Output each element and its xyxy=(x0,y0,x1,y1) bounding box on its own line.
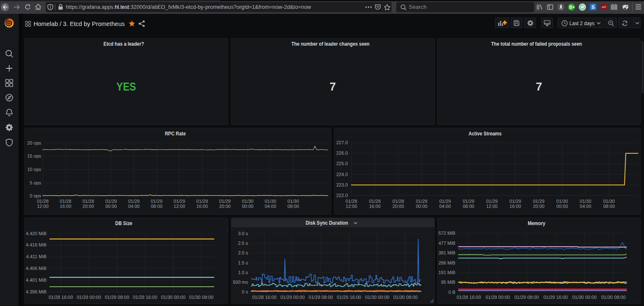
svg-text:12:00: 12:00 xyxy=(345,204,357,209)
svg-text:20:00: 20:00 xyxy=(533,204,545,209)
svg-text:4.406 MiB: 4.406 MiB xyxy=(26,266,47,271)
svg-text:20:00: 20:00 xyxy=(392,204,404,209)
svg-text:01/28 16:00: 01/28 16:00 xyxy=(49,294,73,299)
svg-text:01/28: 01/28 xyxy=(37,199,49,204)
svg-text:20 ops: 20 ops xyxy=(27,140,42,145)
svg-text:01/29: 01/29 xyxy=(105,199,117,204)
svg-text:08:00: 08:00 xyxy=(462,204,474,209)
svg-text:01/29 00:00: 01/29 00:00 xyxy=(77,294,101,299)
svg-text:191 MiB: 191 MiB xyxy=(439,270,455,275)
svg-text:01/29: 01/29 xyxy=(128,199,140,204)
svg-text:01/30 00:00: 01/30 00:00 xyxy=(365,294,389,299)
svg-text:1.0 s: 1.0 s xyxy=(238,270,248,275)
svg-text:16:00: 16:00 xyxy=(60,204,72,209)
svg-text:572 MiB: 572 MiB xyxy=(439,231,455,236)
svg-text:01/30: 01/30 xyxy=(603,199,615,204)
svg-text:01/28 16:00: 01/28 16:00 xyxy=(457,294,481,299)
svg-text:01/29: 01/29 xyxy=(509,199,521,204)
svg-text:20:00: 20:00 xyxy=(83,204,94,209)
svg-text:4.420 MiB: 4.420 MiB xyxy=(26,231,47,236)
svg-text:01/30: 01/30 xyxy=(579,199,591,204)
svg-text:00:00: 00:00 xyxy=(105,204,117,209)
svg-text:00:00: 00:00 xyxy=(415,204,427,209)
svg-text:4.416 MiB: 4.416 MiB xyxy=(26,242,47,247)
svg-text:01/29: 01/29 xyxy=(486,199,498,204)
svg-text:12:00: 12:00 xyxy=(37,204,49,209)
svg-text:04:00: 04:00 xyxy=(128,204,140,209)
svg-text:01/30: 01/30 xyxy=(556,199,568,204)
svg-text:16:00: 16:00 xyxy=(509,204,521,209)
svg-text:01/30: 01/30 xyxy=(265,199,276,204)
svg-text:01/30 08:00: 01/30 08:00 xyxy=(189,294,213,299)
svg-text:01/29: 01/29 xyxy=(219,199,231,204)
svg-text:08:00: 08:00 xyxy=(151,204,163,209)
svg-text:1.5 s: 1.5 s xyxy=(238,260,248,265)
svg-text:16:00: 16:00 xyxy=(196,204,208,209)
svg-text:01/29: 01/29 xyxy=(151,199,163,204)
svg-text:2.5 s: 2.5 s xyxy=(238,241,248,246)
svg-text:4.411 MiB: 4.411 MiB xyxy=(26,254,47,259)
svg-text:01/30 08:00: 01/30 08:00 xyxy=(393,294,417,299)
svg-text:01/30 08:00: 01/30 08:00 xyxy=(601,294,626,299)
svg-text:08:00: 08:00 xyxy=(603,204,615,209)
svg-text:01/29: 01/29 xyxy=(174,199,185,204)
svg-text:01/29 16:00: 01/29 16:00 xyxy=(133,294,157,299)
svg-text:01/29: 01/29 xyxy=(415,199,427,204)
svg-text:01/29: 01/29 xyxy=(533,199,545,204)
svg-text:04:00: 04:00 xyxy=(439,204,451,209)
svg-text:0 ops: 0 ops xyxy=(30,193,41,198)
svg-text:225.0: 225.0 xyxy=(336,161,348,166)
svg-text:20:00: 20:00 xyxy=(219,204,231,209)
svg-text:286 MiB: 286 MiB xyxy=(439,260,455,265)
svg-text:B: B xyxy=(569,5,573,10)
svg-text:00:00: 00:00 xyxy=(556,204,568,209)
svg-text:01/28: 01/28 xyxy=(345,199,357,204)
svg-text:01/30 00:00: 01/30 00:00 xyxy=(161,294,185,299)
svg-text:01/29: 01/29 xyxy=(196,199,208,204)
svg-text:500 ms: 500 ms xyxy=(233,280,248,285)
svg-text:3.0 s: 3.0 s xyxy=(238,231,248,236)
svg-text:10 ops: 10 ops xyxy=(27,167,42,172)
svg-text:01/29 16:00: 01/29 16:00 xyxy=(337,294,361,299)
svg-text:00:00: 00:00 xyxy=(242,204,254,209)
svg-text:223.0: 223.0 xyxy=(336,182,348,187)
svg-text:01/29 16:00: 01/29 16:00 xyxy=(543,294,568,299)
svg-text:95 MiB: 95 MiB xyxy=(441,280,455,285)
svg-text:4.396 MiB: 4.396 MiB xyxy=(26,289,47,294)
svg-text:4.401 MiB: 4.401 MiB xyxy=(26,277,47,283)
svg-text:01/29 08:00: 01/29 08:00 xyxy=(309,294,333,299)
svg-text:01/29: 01/29 xyxy=(462,199,474,204)
svg-text:0 B: 0 B xyxy=(448,289,455,294)
svg-text:08:00: 08:00 xyxy=(288,204,299,209)
svg-text:01/29 00:00: 01/29 00:00 xyxy=(280,294,304,299)
svg-text:222.0: 222.0 xyxy=(336,193,348,198)
svg-text:224.0: 224.0 xyxy=(336,172,348,177)
svg-text:01/28: 01/28 xyxy=(60,199,72,204)
svg-text:477 MiB: 477 MiB xyxy=(439,240,455,245)
svg-text:01/29: 01/29 xyxy=(439,199,451,204)
svg-text:01/29 08:00: 01/29 08:00 xyxy=(105,294,129,299)
svg-text:5 ops: 5 ops xyxy=(30,180,41,185)
svg-text:01/30: 01/30 xyxy=(242,199,254,204)
svg-text:04:00: 04:00 xyxy=(265,204,276,209)
svg-text:uO: uO xyxy=(602,5,606,9)
svg-text:226.0: 226.0 xyxy=(336,150,348,156)
svg-text:01/28: 01/28 xyxy=(369,199,381,204)
svg-text:01/28 16:00: 01/28 16:00 xyxy=(252,294,276,299)
svg-text:01/30: 01/30 xyxy=(288,199,299,204)
svg-text:16:00: 16:00 xyxy=(369,204,381,209)
svg-text:0 s: 0 s xyxy=(242,289,248,294)
svg-text:227.0: 227.0 xyxy=(336,140,348,145)
svg-text:04:00: 04:00 xyxy=(579,204,591,209)
svg-text:15 ops: 15 ops xyxy=(27,153,42,158)
svg-text:12:00: 12:00 xyxy=(174,204,185,209)
svg-text:01/30 00:00: 01/30 00:00 xyxy=(572,294,597,299)
svg-text:01/29 00:00: 01/29 00:00 xyxy=(486,294,510,299)
svg-text:381 MiB: 381 MiB xyxy=(439,250,455,255)
svg-text:01/28: 01/28 xyxy=(83,199,94,204)
svg-text:01/29 08:00: 01/29 08:00 xyxy=(514,294,539,299)
svg-text:01/28: 01/28 xyxy=(392,199,404,204)
svg-text:12:00: 12:00 xyxy=(486,204,498,209)
svg-text:S: S xyxy=(592,5,595,10)
svg-text:2.0 s: 2.0 s xyxy=(238,250,248,255)
